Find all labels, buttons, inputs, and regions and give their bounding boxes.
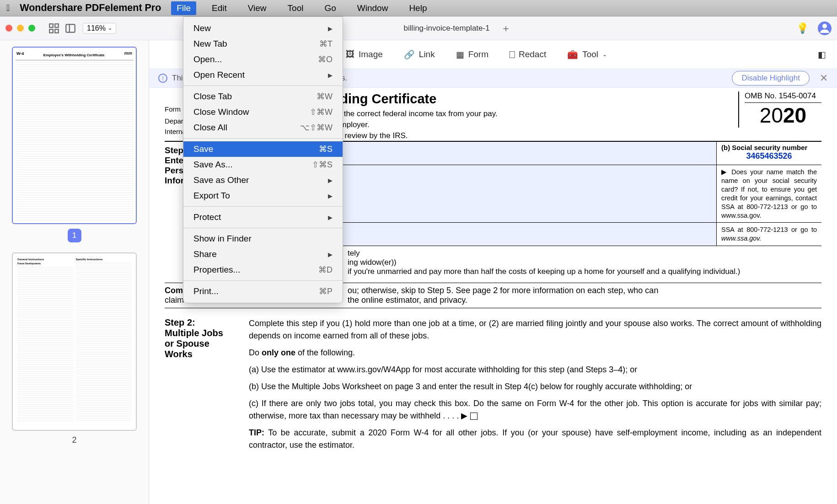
menu-edit[interactable]: Edit bbox=[206, 1, 232, 15]
form-year: 2020 bbox=[745, 103, 821, 128]
menu-item-save-as-[interactable]: Save As...⇧⌘S bbox=[183, 157, 343, 172]
zoom-value: 116% bbox=[87, 24, 106, 32]
apple-logo-icon[interactable]:  bbox=[6, 3, 10, 13]
menu-go[interactable]: Go bbox=[319, 1, 341, 15]
page-badge-1: 1 bbox=[68, 229, 81, 242]
banner-close-icon[interactable]: ✕ bbox=[820, 72, 828, 84]
menu-item-protect[interactable]: Protect▶ bbox=[183, 209, 343, 225]
grid-view-icon[interactable] bbox=[48, 22, 60, 34]
step2-option-b: (b) Use the Multiple Jobs Worksheet on p… bbox=[249, 381, 821, 393]
redact-icon: ⎕ bbox=[510, 49, 515, 59]
tool-form[interactable]: ▦Form bbox=[456, 49, 488, 60]
user-avatar[interactable] bbox=[818, 21, 832, 35]
menu-tool[interactable]: Tool bbox=[282, 1, 309, 15]
svg-rect-3 bbox=[55, 29, 59, 33]
chevron-down-icon: ⌄ bbox=[602, 51, 607, 58]
menu-item-close-tab[interactable]: Close Tab⌘W bbox=[183, 89, 343, 104]
menu-separator bbox=[183, 280, 343, 281]
submenu-arrow-icon: ▶ bbox=[328, 251, 333, 258]
submenu-arrow-icon: ▶ bbox=[328, 193, 333, 199]
filing-status-1: tely bbox=[348, 249, 821, 258]
form-label: Form bbox=[165, 105, 181, 113]
menu-item-save-as-other[interactable]: Save as Other▶ bbox=[183, 172, 343, 188]
menu-item-new-tab[interactable]: New Tab⌘T bbox=[183, 36, 343, 52]
page-thumbnail-1[interactable]: W-4 Employee's Withholding Certificate 2… bbox=[12, 47, 137, 224]
ssn-note: ▶ Does your name match the name on your … bbox=[716, 165, 821, 222]
tool-link[interactable]: 🔗Link bbox=[404, 49, 435, 60]
step2-tip: TIP: TIP: To be accurate, submit a 2020 … bbox=[249, 427, 821, 451]
menu-view[interactable]: View bbox=[242, 1, 272, 15]
close-window-button[interactable] bbox=[5, 25, 12, 32]
submenu-arrow-icon: ▶ bbox=[328, 72, 333, 79]
menu-separator bbox=[183, 138, 343, 139]
page-number-2: 2 bbox=[12, 435, 137, 445]
add-tab-button[interactable]: ＋ bbox=[501, 21, 511, 35]
traffic-lights bbox=[5, 25, 35, 32]
document-tab[interactable]: billing-invoice-template-1 bbox=[396, 24, 490, 33]
filing-status-3: if you're unmarried and pay more than ha… bbox=[348, 267, 821, 276]
claim-text: the online estimator, and privacy. bbox=[348, 295, 467, 305]
banner-text-left: Thi bbox=[172, 74, 183, 83]
menu-item-close-window[interactable]: Close Window⇧⌘W bbox=[183, 104, 343, 120]
thumbnail-sidebar: W-4 Employee's Withholding Certificate 2… bbox=[0, 40, 149, 504]
app-name: Wondershare PDFelement Pro bbox=[20, 2, 161, 14]
svg-rect-4 bbox=[66, 24, 75, 32]
menu-separator bbox=[183, 206, 343, 207]
step2-label: Step 2: Multiple Jobs or Spouse Works bbox=[165, 317, 238, 451]
sidebar-toggle-icon[interactable] bbox=[64, 22, 76, 34]
ssn-field[interactable]: 3465463526 bbox=[721, 151, 817, 161]
menu-window[interactable]: Window bbox=[352, 1, 394, 15]
filing-status-2: ing widow(er)) bbox=[348, 258, 821, 267]
svg-rect-1 bbox=[55, 24, 59, 27]
svg-point-6 bbox=[822, 24, 827, 28]
macos-menubar:  Wondershare PDFelement Pro File Edit V… bbox=[0, 0, 837, 16]
window-titlebar: 116% ⌄ billing-invoice-template-1 ＋ 💡 bbox=[0, 16, 837, 40]
tool-redact[interactable]: ⎕Redact bbox=[510, 49, 546, 59]
complete-text: ou; otherwise, skip to Step 5. See page … bbox=[348, 286, 658, 295]
step2-intro: Complete this step if you (1) hold more … bbox=[249, 317, 821, 342]
menu-item-print-[interactable]: Print...⌘P bbox=[183, 284, 343, 299]
main-area: W-4 Employee's Withholding Certificate 2… bbox=[0, 40, 837, 504]
menu-item-new[interactable]: New▶ bbox=[183, 21, 343, 36]
svg-rect-2 bbox=[49, 29, 53, 33]
step2c-checkbox[interactable] bbox=[470, 413, 478, 420]
maximize-window-button[interactable] bbox=[28, 25, 35, 32]
submenu-arrow-icon: ▶ bbox=[328, 25, 333, 32]
info-icon: ! bbox=[158, 74, 167, 83]
menu-separator bbox=[183, 86, 343, 86]
image-icon: 🖼 bbox=[346, 49, 354, 59]
step2-option-a: (a) Use the estimator at www.irs.gov/W4A… bbox=[249, 364, 821, 376]
zoom-select[interactable]: 116% ⌄ bbox=[83, 23, 116, 34]
tool-more[interactable]: 🧰Tool⌄ bbox=[567, 49, 607, 60]
menu-item-close-all[interactable]: Close All⌥⇧⌘W bbox=[183, 120, 343, 135]
omb-number: OMB No. 1545-0074 bbox=[745, 91, 821, 103]
submenu-arrow-icon: ▶ bbox=[328, 177, 333, 184]
tips-bulb-icon[interactable]: 💡 bbox=[796, 22, 809, 34]
form-icon: ▦ bbox=[456, 49, 464, 60]
menu-item-open-[interactable]: Open...⌘O bbox=[183, 52, 343, 67]
menu-separator bbox=[183, 228, 343, 228]
menu-item-save[interactable]: Save⌘S bbox=[183, 141, 343, 157]
disable-highlight-button[interactable]: Disable Highlight bbox=[732, 71, 810, 86]
submenu-arrow-icon: ▶ bbox=[328, 214, 333, 221]
menu-item-export-to[interactable]: Export To▶ bbox=[183, 188, 343, 204]
tab-area: billing-invoice-template-1 ＋ bbox=[396, 21, 511, 35]
toolbox-icon: 🧰 bbox=[567, 49, 578, 60]
menu-help[interactable]: Help bbox=[403, 1, 432, 15]
page-thumbnail-2[interactable]: General Instructions Future Developments… bbox=[12, 252, 137, 431]
menu-item-share[interactable]: Share▶ bbox=[183, 247, 343, 262]
panel-icon: ◧ bbox=[818, 49, 826, 60]
panel-toggle[interactable]: ◧ bbox=[818, 49, 826, 60]
menu-item-properties-[interactable]: Properties...⌘D bbox=[183, 262, 343, 278]
menu-item-show-in-finder[interactable]: Show in Finder bbox=[183, 231, 343, 247]
link-icon: 🔗 bbox=[404, 49, 415, 60]
menu-file[interactable]: File bbox=[171, 1, 196, 15]
step2-do-one: Do only one of the following. bbox=[249, 347, 821, 359]
svg-rect-0 bbox=[49, 24, 53, 27]
file-menu-dropdown: New▶New Tab⌘TOpen...⌘OOpen Recent▶Close … bbox=[183, 16, 343, 303]
menu-item-open-recent[interactable]: Open Recent▶ bbox=[183, 67, 343, 83]
step2-option-c: (c) If there are only two jobs total, yo… bbox=[249, 397, 821, 422]
minimize-window-button[interactable] bbox=[17, 25, 24, 32]
chevron-down-icon: ⌄ bbox=[108, 25, 112, 31]
tool-image[interactable]: 🖼Image bbox=[346, 49, 383, 59]
